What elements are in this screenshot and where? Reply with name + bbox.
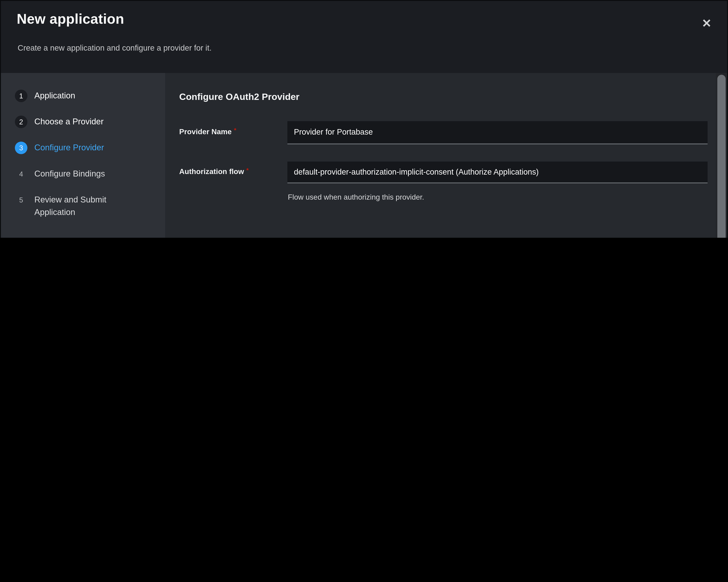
step-number-badge: 1 (15, 90, 27, 102)
wizard-step-label: Application (34, 90, 75, 102)
wizard-step-label: Configure Provider (34, 141, 104, 154)
step-number-badge: 5 (15, 193, 27, 206)
step-number-badge: 4 (15, 167, 27, 180)
wizard-step-configure-bindings[interactable]: 4 Configure Bindings (15, 167, 105, 180)
authorization-flow-select[interactable]: default-provider-authorization-implicit-… (287, 161, 707, 183)
modal-subtitle: Create a new application and configure a… (18, 44, 212, 53)
provider-name-label: Provider Name (179, 128, 236, 136)
close-icon[interactable]: ✕ (697, 14, 716, 32)
new-application-modal: New application Create a new application… (0, 0, 728, 238)
wizard-step-application[interactable]: 1 Application (15, 90, 75, 102)
wizard-step-label: Review and Submit Application (34, 193, 133, 218)
wizard-content: Configure OAuth2 Provider Provider Name … (165, 73, 727, 238)
provider-name-input[interactable]: Provider for Portabase (287, 121, 707, 144)
wizard-step-review-submit[interactable]: 5 Review and Submit Application (15, 193, 133, 218)
step-number-badge-current: 3 (15, 141, 27, 154)
authorization-flow-help: Flow used when authorizing this provider… (288, 190, 424, 204)
wizard-step-label: Choose a Provider (34, 116, 104, 128)
modal-header: New application Create a new application… (1, 1, 727, 73)
wizard-nav: 1 Application 2 Choose a Provider 3 Conf… (1, 73, 165, 238)
modal-title: New application (17, 11, 124, 27)
scrollbar-thumb[interactable] (718, 75, 726, 238)
step-number-badge: 2 (15, 116, 27, 128)
authorization-flow-label: Authorization flow (179, 167, 249, 176)
wizard-step-label: Configure Bindings (34, 167, 105, 180)
scrollbar-track[interactable] (716, 73, 727, 238)
wizard-step-choose-provider[interactable]: 2 Choose a Provider (15, 116, 104, 128)
wizard-step-configure-provider[interactable]: 3 Configure Provider (15, 141, 104, 154)
pane-heading: Configure OAuth2 Provider (179, 91, 300, 102)
